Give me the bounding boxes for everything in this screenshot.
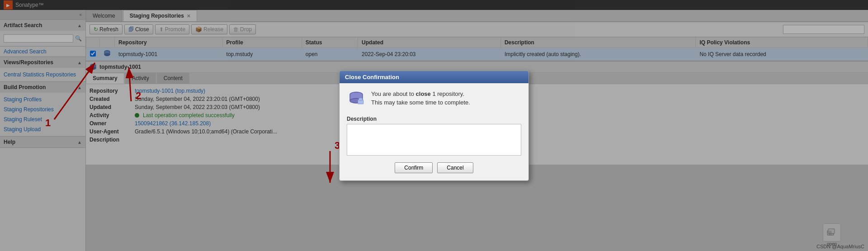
modal-overlay: Close Confirmation bbox=[0, 0, 868, 251]
modal-buttons: Confirm Cancel bbox=[347, 162, 521, 173]
close-confirmation-modal: Close Confirmation bbox=[339, 71, 529, 181]
modal-title: Close Confirmation bbox=[345, 74, 399, 81]
confirm-button[interactable]: Confirm bbox=[395, 162, 433, 173]
modal-description-textarea[interactable] bbox=[347, 124, 521, 156]
svg-point-24 bbox=[359, 98, 363, 100]
modal-description-label: Description bbox=[347, 116, 521, 122]
modal-message-line1: You are about to close 1 repository. bbox=[371, 90, 470, 97]
modal-message-area: You are about to close 1 repository. Thi… bbox=[371, 90, 470, 109]
modal-db-icon bbox=[347, 90, 366, 109]
cancel-button[interactable]: Cancel bbox=[437, 162, 473, 173]
modal-top: You are about to close 1 repository. Thi… bbox=[347, 90, 521, 109]
modal-body: You are about to close 1 repository. Thi… bbox=[340, 83, 528, 180]
modal-description-area: Description bbox=[347, 116, 521, 157]
modal-title-bar: Close Confirmation bbox=[340, 71, 528, 83]
modal-message-line2: This may take some time to complete. bbox=[371, 99, 470, 106]
modal-bold: close bbox=[416, 90, 431, 97]
